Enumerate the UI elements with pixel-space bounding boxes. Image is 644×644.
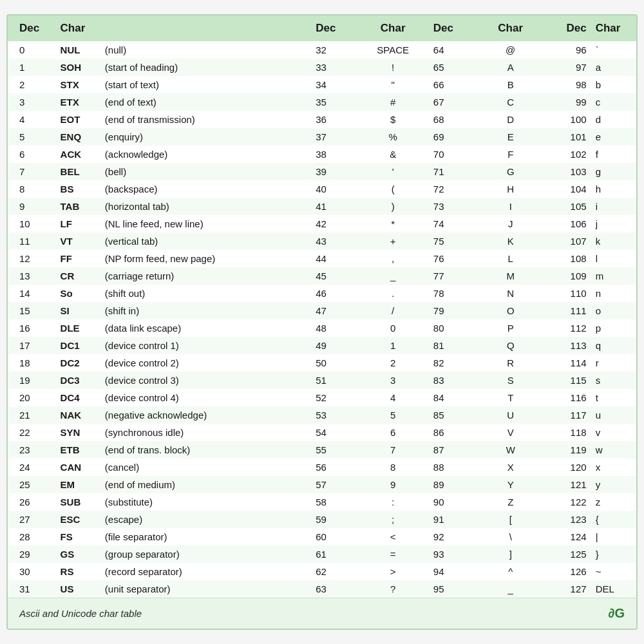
cell-char-abbrev: EM (57, 476, 101, 493)
cell-dec4: 108 (539, 250, 592, 267)
cell-char4: d (592, 111, 636, 128)
cell-dec4: 114 (539, 354, 592, 372)
cell-dec3: 82 (430, 354, 482, 372)
cell-dec3: 64 (430, 41, 482, 59)
cell-dec1: 3 (8, 93, 57, 111)
cell-char2: ( (356, 180, 429, 198)
cell-char-abbrev: RS (57, 563, 101, 580)
cell-char2: SPACE (356, 41, 429, 59)
cell-dec2: 61 (312, 545, 356, 563)
cell-char3: ^ (482, 563, 539, 580)
cell-char2: 4 (356, 389, 429, 406)
cell-char3: D (482, 111, 539, 128)
cell-dec3: 75 (430, 232, 482, 250)
cell-char-desc: (data link escape) (101, 319, 312, 337)
cell-char2: 2 (356, 354, 429, 372)
cell-dec4: 117 (539, 406, 592, 424)
cell-dec3: 78 (430, 285, 482, 302)
cell-dec3: 85 (430, 406, 482, 424)
ascii-table-container: Dec Char Dec Char Dec Char Dec Char 0NUL… (6, 14, 638, 630)
header-char4: Char (592, 15, 636, 41)
cell-char2: 9 (356, 476, 429, 493)
cell-char-desc: (device control 3) (101, 372, 312, 389)
table-row: 24CAN(cancel)56888X120x (8, 459, 636, 476)
cell-char2: % (356, 128, 429, 146)
cell-char4: l (592, 250, 636, 267)
header-dec3: Dec (430, 15, 482, 41)
cell-dec2: 46 (312, 285, 356, 302)
cell-dec1: 17 (8, 337, 57, 354)
table-row: 12FF(NP form feed, new page)44,76L108l (8, 250, 636, 267)
cell-dec1: 4 (8, 111, 57, 128)
cell-char4: j (592, 215, 636, 232)
cell-dec2: 45 (312, 267, 356, 285)
table-row: 11VT(vertical tab)43+75K107k (8, 232, 636, 250)
cell-char-abbrev: GS (57, 545, 101, 563)
cell-char4: ` (592, 41, 636, 59)
cell-char3: R (482, 354, 539, 372)
cell-char3: K (482, 232, 539, 250)
cell-dec4: 100 (539, 111, 592, 128)
cell-dec2: 36 (312, 111, 356, 128)
cell-char2: 5 (356, 406, 429, 424)
cell-char2: = (356, 545, 429, 563)
cell-char2: + (356, 232, 429, 250)
cell-char2: # (356, 93, 429, 111)
cell-dec1: 15 (8, 302, 57, 319)
cell-char-desc: (negative acknowledge) (101, 406, 312, 424)
header-dec2: Dec (312, 15, 356, 41)
cell-dec3: 94 (430, 563, 482, 580)
cell-dec4: 125 (539, 545, 592, 563)
cell-dec1: 2 (8, 76, 57, 93)
cell-char-abbrev: ETB (57, 441, 101, 459)
cell-char-desc: (horizontal tab) (101, 198, 312, 215)
table-row: 15SI(shift in)47/79O111o (8, 302, 636, 319)
cell-dec4: 112 (539, 319, 592, 337)
cell-dec2: 50 (312, 354, 356, 372)
cell-dec4: 106 (539, 215, 592, 232)
cell-dec2: 58 (312, 493, 356, 511)
cell-dec2: 63 (312, 580, 356, 598)
cell-char3: W (482, 441, 539, 459)
cell-char-abbrev: TAB (57, 198, 101, 215)
table-row: 18DC2(device control 2)50282R114r (8, 354, 636, 372)
cell-char3: X (482, 459, 539, 476)
cell-char4: c (592, 93, 636, 111)
cell-char3: ] (482, 545, 539, 563)
cell-char4: { (592, 511, 636, 528)
cell-char-abbrev: CR (57, 267, 101, 285)
cell-char-abbrev: FF (57, 250, 101, 267)
cell-dec4: 118 (539, 424, 592, 441)
cell-dec3: 89 (430, 476, 482, 493)
cell-char-abbrev: ACK (57, 146, 101, 163)
cell-char-desc: (synchronous idle) (101, 424, 312, 441)
cell-char3: H (482, 180, 539, 198)
cell-dec3: 71 (430, 163, 482, 180)
cell-dec1: 21 (8, 406, 57, 424)
table-row: 29GS(group separator)61=93]125} (8, 545, 636, 563)
cell-char3: C (482, 93, 539, 111)
cell-char4: f (592, 146, 636, 163)
cell-char2: ; (356, 511, 429, 528)
cell-dec2: 43 (312, 232, 356, 250)
cell-char-desc: (bell) (101, 163, 312, 180)
cell-char2: 6 (356, 424, 429, 441)
cell-dec4: 96 (539, 41, 592, 59)
cell-char-desc: (device control 4) (101, 389, 312, 406)
cell-char-desc: (acknowledge) (101, 146, 312, 163)
cell-dec1: 0 (8, 41, 57, 59)
cell-char-abbrev: SI (57, 302, 101, 319)
cell-char-abbrev: SUB (57, 493, 101, 511)
table-row: 8BS(backspace)40(72H104h (8, 180, 636, 198)
cell-char3: B (482, 76, 539, 93)
cell-dec2: 38 (312, 146, 356, 163)
cell-char2: . (356, 285, 429, 302)
table-row: 13CR(carriage return)45_77M109m (8, 267, 636, 285)
header-dec1: Dec (8, 15, 57, 41)
ascii-table: Dec Char Dec Char Dec Char Dec Char 0NUL… (8, 15, 636, 598)
cell-dec1: 27 (8, 511, 57, 528)
cell-dec2: 54 (312, 424, 356, 441)
cell-dec1: 8 (8, 180, 57, 198)
cell-dec1: 14 (8, 285, 57, 302)
cell-char3: N (482, 285, 539, 302)
